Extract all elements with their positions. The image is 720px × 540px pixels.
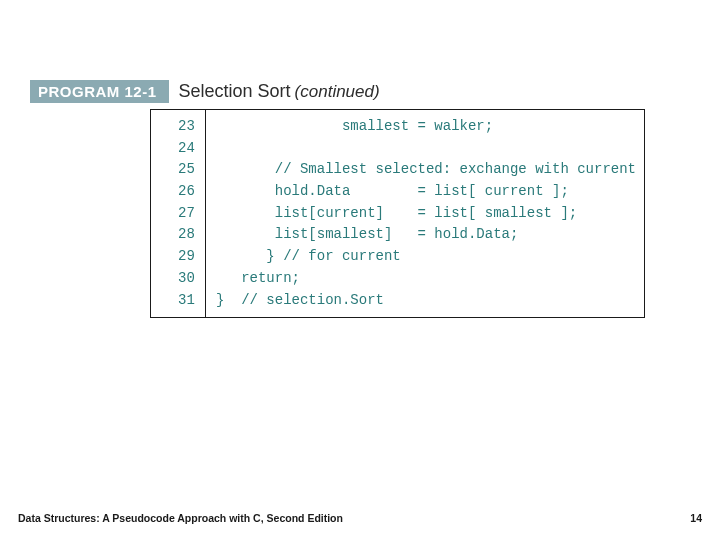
code-box: 23 24 25 26 27 28 29 30 31 smallest = wa… (150, 109, 645, 318)
program-continued: (continued) (295, 82, 380, 101)
footer-text: Data Structures: A Pseudocode Approach w… (18, 512, 343, 524)
footer: Data Structures: A Pseudocode Approach w… (18, 512, 702, 524)
program-label: PROGRAM 12-1 (30, 80, 169, 103)
footer-page: 14 (690, 512, 702, 524)
program-title: Selection Sort (179, 81, 291, 101)
line-numbers: 23 24 25 26 27 28 29 30 31 (151, 110, 206, 317)
slide-content: PROGRAM 12-1 Selection Sort (continued) … (0, 0, 720, 318)
code-area: smallest = walker; // Smallest selected:… (206, 110, 644, 317)
program-header: PROGRAM 12-1 Selection Sort (continued) (30, 80, 690, 103)
program-title-wrap: Selection Sort (continued) (179, 81, 380, 102)
